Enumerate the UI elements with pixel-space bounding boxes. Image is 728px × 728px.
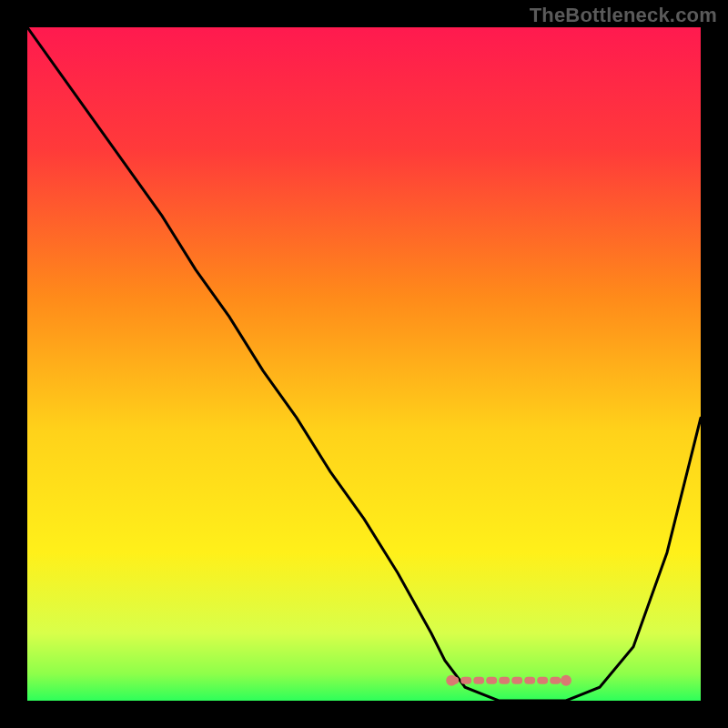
chart-frame: TheBottleneck.com xyxy=(0,0,728,728)
plot-area xyxy=(27,27,701,701)
gradient-background xyxy=(27,27,701,701)
chart-svg xyxy=(27,27,701,701)
watermark-text: TheBottleneck.com xyxy=(530,4,717,27)
